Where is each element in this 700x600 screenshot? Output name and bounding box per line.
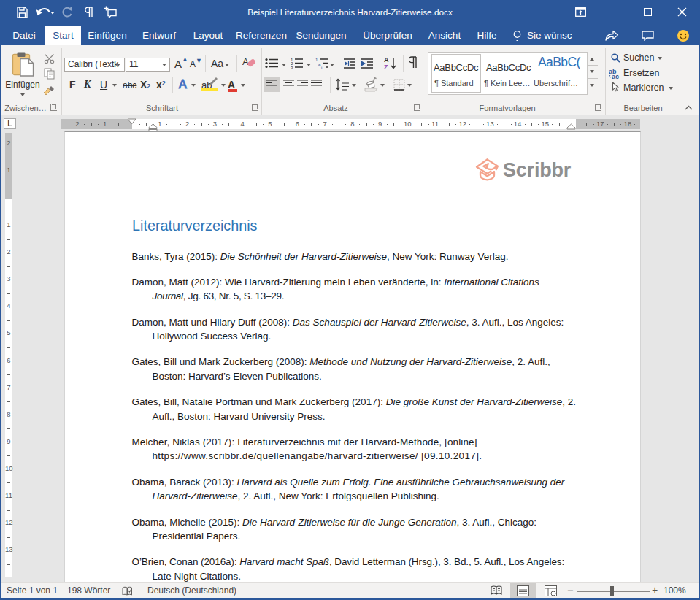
svg-text:ac: ac [612, 73, 619, 79]
svg-text:3: 3 [291, 66, 293, 70]
svg-text:A: A [384, 56, 389, 64]
svg-text:Z: Z [384, 64, 388, 70]
svg-text:i: i [321, 66, 322, 69]
svg-text:A: A [242, 56, 249, 67]
